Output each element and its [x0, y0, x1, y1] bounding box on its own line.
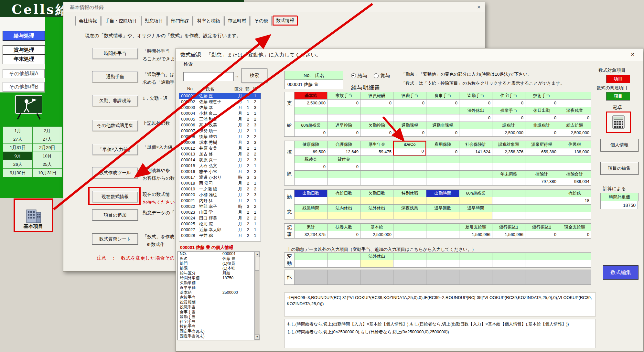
slip-header-cell[interactable]: 役員報酬: [360, 92, 393, 100]
tab-1[interactable]: 手当・控除項目: [102, 16, 140, 26]
slip-header-cell[interactable]: 厚生年金: [360, 141, 393, 148]
radio-salary[interactable]: 給与: [351, 73, 367, 79]
slip-header-cell[interactable]: 残業手当: [492, 107, 525, 114]
slip-header-cell[interactable]: 累計: [294, 223, 327, 231]
search-input[interactable]: [183, 72, 234, 81]
slip-header-cell[interactable]: 差引支給額: [459, 223, 492, 231]
calendar-cell[interactable]: 25人: [32, 160, 62, 169]
basic-info-titlebar[interactable]: [63, 2, 485, 12]
close-icon[interactable]: ×: [475, 4, 483, 11]
employee-row[interactable]: 000006髙木 政美月23: [179, 122, 261, 128]
slip-value-cell[interactable]: [327, 212, 360, 219]
employee-row[interactable]: 000008後藤 純男月22: [179, 134, 261, 140]
slip-header-cell[interactable]: 遅早時間: [459, 204, 492, 212]
search-button[interactable]: 検索: [242, 68, 267, 83]
employee-row[interactable]: 000001佐藤 豊月11: [179, 93, 261, 99]
employee-row[interactable]: 000018西 浩司月21: [179, 180, 261, 186]
slip-header-cell[interactable]: 雇用保険: [426, 141, 459, 148]
slip-header-cell[interactable]: 深夜残業: [393, 204, 426, 212]
employee-row[interactable]: 000003佐藤 翠月13: [179, 105, 261, 111]
slip-header-cell[interactable]: 銀行振込2: [525, 223, 558, 231]
slip-header-cell[interactable]: 年末調整: [492, 170, 525, 178]
slip-header-cell[interactable]: 親睦会: [294, 155, 327, 163]
employee-row[interactable]: 000002佐藤 理恵子月12: [179, 99, 261, 105]
slip-header-cell[interactable]: 課税対象額: [492, 141, 525, 148]
slip-value-cell[interactable]: [426, 212, 459, 219]
calendar-cell[interactable]: 9月30日: [3, 168, 33, 177]
slip-value-cell[interactable]: [459, 197, 492, 205]
tab-3[interactable]: 部門部課: [167, 16, 193, 26]
scrollbar[interactable]: ▲ ▼: [254, 252, 260, 340]
close-icon[interactable]: ×: [628, 51, 637, 58]
slip-header-cell[interactable]: 遅早控除: [327, 122, 360, 129]
employee-row[interactable]: 000013加古 修月22: [179, 151, 261, 157]
slip-header-cell[interactable]: 住宅手当: [492, 92, 525, 100]
slip-header-cell[interactable]: 現金支給額: [558, 223, 591, 231]
employee-row[interactable]: 000027近藤 幸太郎月21: [179, 227, 261, 233]
employee-row[interactable]: 000028平井 聡月21: [179, 233, 261, 239]
tab-7[interactable]: 数式情報: [273, 16, 298, 26]
slip-header-cell[interactable]: 出勤日数: [294, 189, 327, 197]
employee-row[interactable]: 000021内野 猛月21: [179, 198, 261, 204]
employee-row[interactable]: 000015大石 弘文月21: [179, 163, 261, 169]
employee-row[interactable]: 000024田口 輝美月22: [179, 215, 261, 221]
slip-header-cell[interactable]: 銀行振込1: [492, 223, 525, 231]
calendar-cell[interactable]: 10月: [32, 152, 62, 160]
calendar-cell[interactable]: 2月: [32, 126, 62, 135]
dialog-button-7[interactable]: 項目の追加: [92, 209, 138, 221]
slip-header-cell[interactable]: 欠勤控除: [360, 122, 393, 129]
scroll-up-icon[interactable]: ▲: [255, 252, 260, 257]
scroll-thumb[interactable]: [255, 257, 259, 271]
tab-4[interactable]: 料率と税額: [194, 16, 223, 26]
calendar-cell[interactable]: 1月31日: [3, 143, 33, 152]
slip-header-cell[interactable]: 技術手当: [525, 92, 558, 100]
employee-row[interactable]: 000012井原 友美月21: [179, 145, 261, 151]
dialog-button-8[interactable]: 数式質問シート: [92, 233, 138, 245]
slip-header-cell[interactable]: 通勤非課税: [426, 122, 459, 129]
personal-info-button[interactable]: 個人情報: [600, 139, 639, 152]
dialog-button-2[interactable]: 欠勤、非課税等: [92, 95, 138, 106]
calendar-cell[interactable]: 27人: [3, 135, 33, 144]
employee-listbox[interactable]: 000001佐藤 豊月11000002佐藤 理恵子月12000003佐藤 翠月1…: [179, 93, 261, 241]
dialog-button-4[interactable]: 「単価×入力値」: [92, 144, 138, 155]
employee-row[interactable]: 000022神部 幸子時32: [179, 204, 261, 209]
calendar-cell[interactable]: 2月29日: [32, 143, 62, 152]
employee-row[interactable]: 000005三浦 和美月22: [179, 116, 261, 122]
personal-info-listbox[interactable]: ▲ ▼ NO.000001氏名佐藤 豊部門(1)役員部課(1)本社給与区分月給時…: [177, 251, 260, 340]
radio-bonus[interactable]: 賞与: [374, 73, 390, 79]
slip-header-cell[interactable]: 法外休出: [360, 204, 393, 212]
slip-header-cell[interactable]: 社会保険計: [459, 141, 492, 148]
slip-header-cell[interactable]: 有給残: [558, 189, 591, 197]
employee-row[interactable]: 000007伊勢 順一月21: [179, 128, 261, 134]
slip-value-cell[interactable]: [393, 212, 426, 219]
calendar-cell[interactable]: 9月: [3, 152, 33, 160]
slip-header-cell[interactable]: 残業時間: [294, 204, 327, 212]
tab-5[interactable]: 市区町村: [224, 16, 250, 26]
employee-row[interactable]: 000016志平 小雪月22: [179, 169, 261, 175]
sidebar-item-3[interactable]: その他処理A: [3, 69, 45, 78]
employee-row[interactable]: 000020小柳 雅也月23: [179, 192, 261, 198]
slip-header-cell[interactable]: 控除計: [525, 170, 558, 178]
slip-header-cell[interactable]: 60h超残業: [459, 189, 492, 197]
tab-6[interactable]: その他: [251, 16, 272, 26]
slip-value-cell[interactable]: [459, 212, 492, 219]
employee-row[interactable]: 000019一之瀬 綾月22: [179, 186, 261, 192]
tab-0[interactable]: 会社情報: [75, 16, 101, 26]
employee-row[interactable]: 000009坂本 秀樹月23: [179, 140, 261, 145]
slip-value-cell[interactable]: [294, 197, 327, 205]
slip-header-cell[interactable]: 法外休出: [360, 252, 393, 260]
slip-value-cell[interactable]: [426, 197, 459, 205]
scroll-down-icon[interactable]: ▼: [255, 335, 260, 340]
slip-header-cell[interactable]: 基本給: [360, 223, 393, 231]
slip-header-cell[interactable]: 扶養人数: [327, 223, 360, 231]
calendar-cell[interactable]: 10月31日: [32, 168, 62, 177]
employee-row[interactable]: 000017渡邊 かおり時33: [179, 175, 261, 180]
basic-item-button[interactable]: 基本項目: [14, 198, 53, 232]
slip-header-cell[interactable]: 休日出勤: [525, 107, 558, 114]
slip-header-cell[interactable]: 基本給: [294, 92, 327, 100]
dialog-button-0[interactable]: 時間外手当: [92, 48, 138, 59]
dialog-button-3[interactable]: その他数式適用集: [92, 120, 138, 131]
slip-header-cell[interactable]: 法外休出: [459, 107, 492, 114]
slip-header-cell[interactable]: iDeCo: [393, 141, 426, 148]
slip-header-cell[interactable]: 源泉所得税: [525, 141, 558, 148]
